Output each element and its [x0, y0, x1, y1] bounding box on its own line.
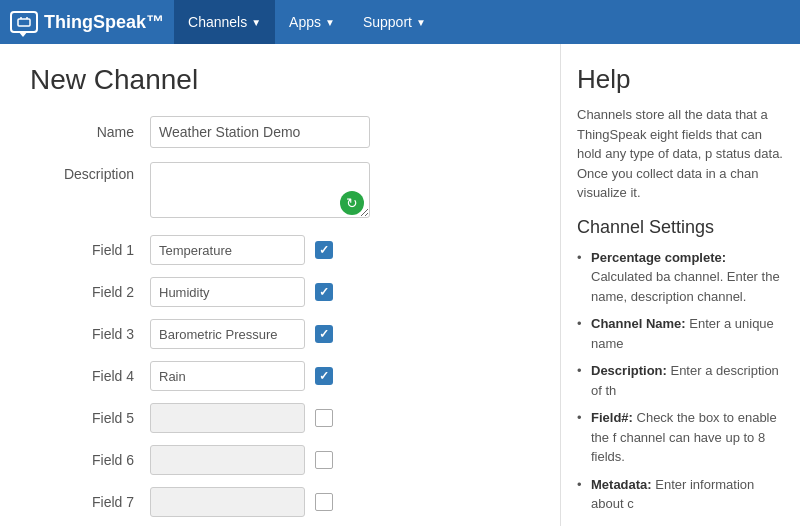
- field-label-1: Field 1: [30, 242, 150, 258]
- fields-container: Field 1Field 2Field 3Field 4Field 5Field…: [30, 235, 530, 517]
- field-label-5: Field 5: [30, 410, 150, 426]
- field-checkbox-4[interactable]: [315, 367, 333, 385]
- help-section-title: Channel Settings: [577, 217, 784, 238]
- field-input-3[interactable]: [150, 319, 305, 349]
- help-item-4: Field#: Check the box to enable the f ch…: [577, 408, 784, 467]
- nav-support[interactable]: Support ▼: [349, 0, 440, 44]
- field-label-2: Field 2: [30, 284, 150, 300]
- field-input-1[interactable]: [150, 235, 305, 265]
- name-label: Name: [30, 124, 150, 140]
- description-input[interactable]: [150, 162, 370, 218]
- field-input-5[interactable]: [150, 403, 305, 433]
- field-row-4: Field 4: [30, 361, 530, 391]
- apps-caret: ▼: [325, 17, 335, 28]
- field-checkbox-7[interactable]: [315, 493, 333, 511]
- field-checkbox-6[interactable]: [315, 451, 333, 469]
- help-panel: Help Channels store all the data that a …: [560, 44, 800, 526]
- field-label-6: Field 6: [30, 452, 150, 468]
- name-input[interactable]: [150, 116, 370, 148]
- help-item-3: Description: Enter a description of th: [577, 361, 784, 400]
- field-row-7: Field 7: [30, 487, 530, 517]
- help-item-2: Channel Name: Enter a unique name: [577, 314, 784, 353]
- nav-channels[interactable]: Channels ▼: [174, 0, 275, 44]
- help-list: Percentage complete: Calculated ba chann…: [577, 248, 784, 527]
- field-row-3: Field 3: [30, 319, 530, 349]
- field-label-3: Field 3: [30, 326, 150, 342]
- help-title: Help: [577, 64, 784, 95]
- description-label: Description: [30, 162, 150, 182]
- field-checkbox-1[interactable]: [315, 241, 333, 259]
- help-item-5: Metadata: Enter information about c: [577, 475, 784, 514]
- field-row-2: Field 2: [30, 277, 530, 307]
- logo-svg: [17, 17, 31, 27]
- form-panel: New Channel Name Description ↻ Field 1Fi…: [0, 44, 560, 526]
- help-intro: Channels store all the data that a Thing…: [577, 105, 784, 203]
- description-wrapper: ↻: [150, 162, 370, 221]
- channels-caret: ▼: [251, 17, 261, 28]
- field-checkbox-5[interactable]: [315, 409, 333, 427]
- field-input-6[interactable]: [150, 445, 305, 475]
- field-checkbox-2[interactable]: [315, 283, 333, 301]
- field-row-6: Field 6: [30, 445, 530, 475]
- brand-text: ThingSpeak™: [44, 12, 164, 33]
- field-label-7: Field 7: [30, 494, 150, 510]
- page-title: New Channel: [30, 64, 530, 96]
- field-label-4: Field 4: [30, 368, 150, 384]
- nav-apps[interactable]: Apps ▼: [275, 0, 349, 44]
- field-row-5: Field 5: [30, 403, 530, 433]
- field-input-2[interactable]: [150, 277, 305, 307]
- refresh-icon[interactable]: ↻: [340, 191, 364, 215]
- description-row: Description ↻: [30, 162, 530, 221]
- svg-rect-0: [18, 19, 30, 26]
- field-input-4[interactable]: [150, 361, 305, 391]
- field-input-7[interactable]: [150, 487, 305, 517]
- navbar: ThingSpeak™ Channels ▼ Apps ▼ Support ▼: [0, 0, 800, 44]
- brand-logo[interactable]: ThingSpeak™: [10, 11, 164, 33]
- field-checkbox-3[interactable]: [315, 325, 333, 343]
- logo-icon: [10, 11, 38, 33]
- main-content: New Channel Name Description ↻ Field 1Fi…: [0, 44, 800, 526]
- field-row-1: Field 1: [30, 235, 530, 265]
- help-item-1: Percentage complete: Calculated ba chann…: [577, 248, 784, 307]
- support-caret: ▼: [416, 17, 426, 28]
- help-item-6: Tags: Enter keywords that identify th: [577, 522, 784, 527]
- name-row: Name: [30, 116, 530, 148]
